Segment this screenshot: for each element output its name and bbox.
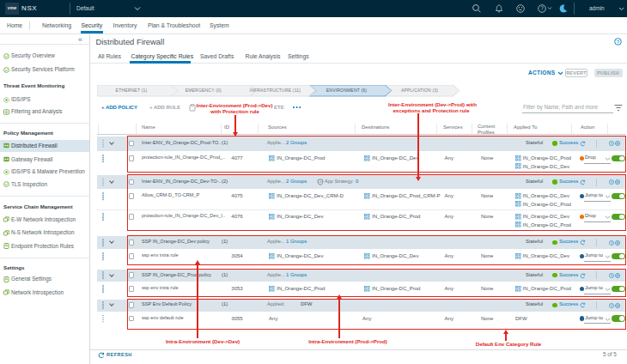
svg-text:?: ? [617,39,620,44]
svg-text:?: ? [540,5,544,11]
